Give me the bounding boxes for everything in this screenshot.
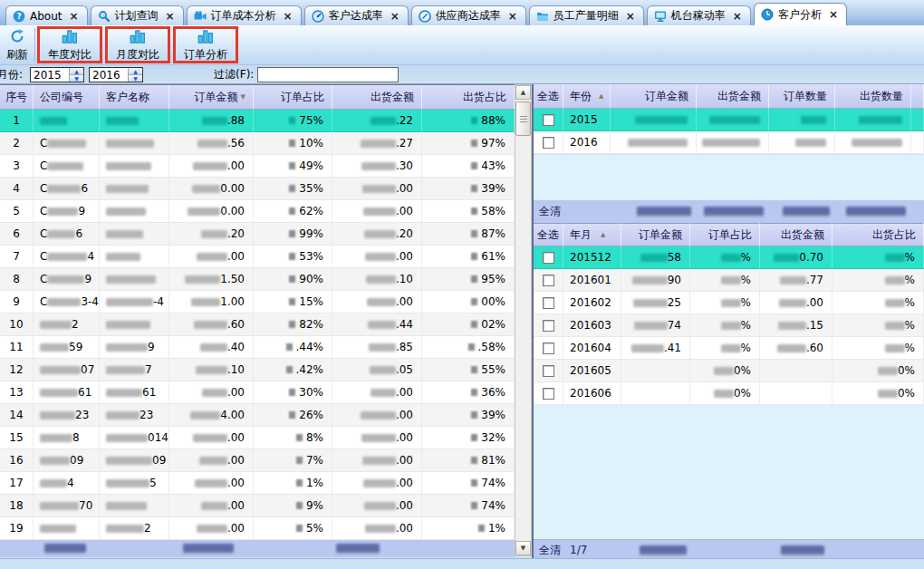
table-row[interactable]: 2015 (534, 109, 924, 131)
toolbar-button-月度对比[interactable]: 月度对比 (105, 26, 170, 63)
column-header-出货占比[interactable]: 出货占比 (422, 85, 515, 110)
tab-计划查询[interactable]: 计划查询× (91, 5, 184, 25)
row-checkbox[interactable] (543, 342, 554, 354)
row-checkbox[interactable] (543, 297, 554, 309)
table-row[interactable]: 20160225%.00% (534, 292, 924, 314)
cell-ship-pct: .58% (422, 336, 515, 359)
tab-About[interactable]: ?About× (5, 5, 88, 25)
vertical-scrollbar[interactable]: ▲ ▼ (515, 84, 532, 556)
row-checkbox[interactable] (543, 275, 554, 286)
year-to-value[interactable]: 2016 (90, 68, 128, 82)
column-header-序号[interactable]: 序号 (0, 85, 34, 110)
column-header-全选[interactable]: 全选 (534, 223, 563, 246)
redacted-value (628, 139, 688, 147)
spinner-down-icon[interactable]: ▼ (70, 74, 83, 82)
year-from-spinner[interactable]: 2015 ▲▼ (30, 67, 84, 82)
tab-客户分析[interactable]: 客户分析× (754, 3, 847, 25)
spinner-down-icon[interactable]: ▼ (129, 74, 142, 82)
table-row[interactable]: 2016 (534, 131, 924, 154)
tab-员工产量明细[interactable]: 员工产量明细× (529, 5, 644, 25)
table-row[interactable]: 2C.5610%.2797% (0, 132, 515, 155)
row-checkbox[interactable] (543, 365, 554, 377)
clear-all-button[interactable]: 全清 (534, 540, 563, 560)
table-row[interactable]: 160909.007%.0081% (0, 449, 515, 472)
redacted-value (40, 479, 67, 487)
scroll-down-icon[interactable]: ▼ (515, 541, 531, 555)
table-row[interactable]: 5C90.0062%.0058% (0, 200, 515, 223)
row-checkbox[interactable] (543, 114, 554, 126)
spinner-up-icon[interactable]: ▲ (129, 68, 142, 74)
table-row[interactable]: 20160190%.77% (534, 269, 924, 292)
table-row[interactable]: 20151258%0.70% (534, 246, 924, 269)
column-header-出货占比[interactable]: 出货占比 (833, 223, 924, 246)
column-header-订单金额[interactable]: 订单金额▼ (169, 85, 254, 110)
year-to-spinner[interactable]: 2016 ▲▼ (89, 67, 143, 82)
column-header-年月[interactable]: 年月▲ (563, 223, 621, 246)
refresh-button[interactable]: 刷新 (0, 25, 34, 64)
spinner-up-icon[interactable]: ▲ (70, 68, 83, 74)
table-row[interactable]: 11599.40.44%.85.58% (0, 336, 515, 359)
toolbar-button-年度对比[interactable]: 年度对比 (37, 26, 102, 63)
scrollbar-track[interactable] (515, 136, 531, 541)
table-row[interactable]: 1870.009%.0074% (0, 495, 515, 517)
tab-close-icon[interactable]: × (390, 11, 399, 22)
column-header-出货数量[interactable]: 出货数量 (835, 84, 911, 109)
clear-all-button[interactable]: 全清 (534, 200, 611, 223)
column-header-订单金额[interactable]: 订单金额 (611, 84, 697, 109)
table-row[interactable]: 1.8875%.2288% (0, 110, 515, 132)
tab-订单成本分析[interactable]: 订单成本分析× (187, 5, 302, 25)
row-checkbox[interactable] (543, 388, 554, 400)
tab-客户达成率[interactable]: 客户达成率× (304, 5, 409, 25)
table-row[interactable]: 201604.41%.60% (534, 337, 924, 360)
table-row[interactable]: 4C60.0035%.0039% (0, 178, 515, 200)
table-row[interactable]: 192.005%.001% (0, 517, 515, 540)
column-header-出货金额[interactable]: 出货金额 (332, 85, 422, 110)
tab-机台稼动率[interactable]: 机台稼动率× (647, 5, 751, 25)
tab-close-icon[interactable]: × (626, 11, 635, 22)
table-row[interactable]: 6C6.2099%.2087% (0, 223, 515, 246)
table-row[interactable]: 1745.001%.0074% (0, 472, 515, 495)
filter-input[interactable] (257, 67, 399, 82)
table-row[interactable]: 3C.0049%.3043% (0, 155, 515, 178)
table-row[interactable]: 2016060%0% (534, 382, 924, 405)
column-header-年份[interactable]: 年份▲ (563, 84, 611, 109)
table-row[interactable]: 20160374%.15% (534, 314, 924, 337)
table-row[interactable]: 9C3-4-41.0015%.0000% (0, 291, 515, 313)
cell-order-amount: 4.00 (169, 404, 254, 427)
tab-close-icon[interactable]: × (508, 11, 517, 22)
cell-ship-amount (697, 131, 769, 154)
column-header-全选[interactable]: 全选 (534, 84, 563, 109)
tab-close-icon[interactable]: × (829, 9, 838, 20)
table-row[interactable]: 158014.008%.0032% (0, 427, 515, 449)
redacted-value (183, 544, 234, 554)
cell-customer-name (100, 495, 169, 517)
row-checkbox[interactable] (543, 252, 554, 264)
column-header-订单占比[interactable]: 订单占比 (690, 223, 760, 246)
tab-供应商达成率[interactable]: 供应商达成率× (411, 5, 526, 25)
column-header-订单数量[interactable]: 订单数量 (769, 84, 835, 109)
year-from-value[interactable]: 2015 (31, 68, 69, 82)
table-row[interactable]: 12077.10.42%.0555% (0, 359, 515, 381)
row-checkbox[interactable] (543, 320, 554, 332)
tab-close-icon[interactable]: × (284, 11, 293, 22)
column-header-出货金额[interactable]: 出货金额 (697, 84, 769, 109)
tab-close-icon[interactable]: × (69, 11, 78, 22)
table-row[interactable]: 7C4.0053%.0061% (0, 246, 515, 268)
tab-close-icon[interactable]: × (733, 11, 742, 22)
table-row[interactable]: 136161.0030%.0036% (0, 381, 515, 404)
column-header-公司编号[interactable]: 公司编号 (34, 85, 100, 110)
scroll-up-icon[interactable]: ▲ (515, 85, 531, 100)
column-header-出货金额[interactable]: 出货金额 (760, 223, 833, 246)
tab-close-icon[interactable]: × (166, 11, 175, 22)
table-row[interactable]: 8C91.5090%.1095% (0, 268, 515, 291)
column-header-订单占比[interactable]: 订单占比 (254, 85, 332, 110)
column-header-客户名称[interactable]: 客户名称 (100, 85, 169, 110)
scrollbar-thumb[interactable] (515, 101, 531, 136)
table-row[interactable]: 2016050%0% (534, 360, 924, 382)
cell-order-pct: 8% (254, 427, 332, 449)
row-checkbox[interactable] (543, 137, 554, 149)
column-header-订单金额[interactable]: 订单金额 (621, 223, 690, 246)
table-row[interactable]: 102.6082%.4402% (0, 313, 515, 336)
toolbar-button-订单分析[interactable]: 订单分析 (173, 26, 238, 63)
table-row[interactable]: 1423234.0026%.0039% (0, 404, 515, 427)
